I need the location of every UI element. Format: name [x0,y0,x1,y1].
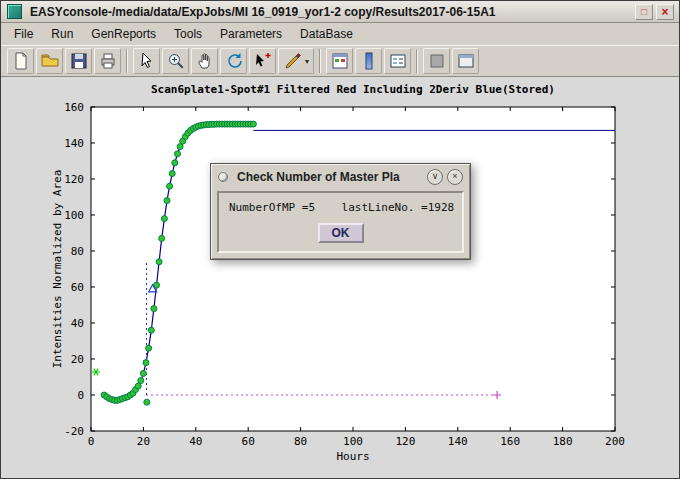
new-file-icon [11,51,31,71]
figure-palette-icon [330,51,350,71]
new-file-button[interactable] [7,48,34,74]
dialog-title: Check Number of Master Pla [237,170,423,184]
svg-text:20: 20 [71,353,84,366]
close-button[interactable]: × [656,4,674,20]
chart: 020406080100120140160180200-200204060801… [1,77,679,478]
svg-text:100: 100 [343,435,363,448]
svg-text:40: 40 [189,435,202,448]
legend-button[interactable] [384,48,411,74]
menu-genreports[interactable]: GenReports [82,25,165,43]
toolbar-separator [416,49,418,73]
edit-plot-button[interactable] [133,48,160,74]
dialog-close-button[interactable]: × [447,169,463,185]
dialog-panel: NumberOfMP =5 lastLineNo. =1928 OK [217,191,464,253]
dialog-check-number: Check Number of Master Pla ∨ × NumberOfM… [210,163,471,260]
svg-text:20: 20 [137,435,150,448]
rotate-3d-icon [224,51,244,71]
svg-text:40: 40 [71,317,84,330]
svg-text:160: 160 [64,101,84,114]
brush-icon [283,51,303,71]
data-cursor-icon [253,51,273,71]
plot-browser-icon [427,51,447,71]
svg-text:60: 60 [71,281,84,294]
colorbar-icon [359,51,379,71]
open-button[interactable] [36,48,63,74]
svg-text:Intensities Normalized by Area: Intensities Normalized by Area [51,170,64,369]
svg-text:80: 80 [294,435,307,448]
menu-database[interactable]: DataBase [291,25,362,43]
menu-run[interactable]: Run [42,25,82,43]
svg-text:200: 200 [605,435,625,448]
dialog-collapse-button[interactable]: ∨ [427,169,443,185]
svg-text:0: 0 [88,435,95,448]
toolbar-separator [126,49,128,73]
maximize-icon: □ [641,7,647,17]
edit-plot-arrow-icon [137,51,157,71]
svg-text:160: 160 [500,435,520,448]
svg-text:140: 140 [448,435,468,448]
zoom-in-button[interactable] [162,48,189,74]
menu-file[interactable]: File [5,25,42,43]
svg-text:60: 60 [242,435,255,448]
figure-palette-button[interactable] [326,48,353,74]
dialog-message: NumberOfMP =5 lastLineNo. =1928 [229,201,452,214]
zoom-in-icon [166,51,186,71]
svg-text:80: 80 [71,245,84,258]
open-folder-icon [40,51,60,71]
dropdown-arrow-icon: ▾ [305,57,309,66]
app-window: EASYconsole-/media/data/ExpJobs/MI 16_09… [0,0,680,479]
print-button[interactable] [94,48,121,74]
svg-text:120: 120 [395,435,415,448]
pan-button[interactable] [191,48,218,74]
menu-tools[interactable]: Tools [165,25,211,43]
figure-area: 020406080100120140160180200-200204060801… [1,77,679,478]
data-cursor-button[interactable] [249,48,276,74]
window-title: EASYconsole-/media/data/ExpJobs/MI 16_09… [30,5,635,19]
colorbar-button[interactable] [355,48,382,74]
ok-button[interactable]: OK [318,223,364,243]
svg-text:0: 0 [77,389,84,402]
close-icon: × [452,172,457,181]
save-icon [69,51,89,71]
chevron-down-icon: ∨ [432,172,439,181]
svg-text:-20: -20 [64,425,84,438]
svg-text:Scan6plate1-Spot#1 Filtered Re: Scan6plate1-Spot#1 Filtered Red Includin… [151,83,555,96]
plot-browser-button[interactable] [423,48,450,74]
svg-text:100: 100 [64,209,84,222]
window-controls: □ × [635,4,674,20]
property-editor-button[interactable] [452,48,479,74]
dialog-icon [218,172,228,182]
print-icon [98,51,118,71]
pan-hand-icon [195,51,215,71]
svg-text:120: 120 [64,173,84,186]
toolbar-separator [319,49,321,73]
dialog-title-bar[interactable]: Check Number of Master Pla ∨ × [211,164,470,189]
app-icon [7,4,22,19]
maximize-button[interactable]: □ [635,4,653,20]
svg-text:140: 140 [64,137,84,150]
toolbar: ▾ [1,45,679,77]
close-icon: × [661,6,668,18]
legend-icon [388,51,408,71]
title-bar[interactable]: EASYconsole-/media/data/ExpJobs/MI 16_09… [1,1,679,23]
menu-bar: File Run GenReports Tools Parameters Dat… [1,23,679,45]
brush-button[interactable]: ▾ [278,48,314,74]
svg-text:Hours: Hours [336,450,369,463]
property-editor-icon [456,51,476,71]
rotate-button[interactable] [220,48,247,74]
save-button[interactable] [65,48,92,74]
svg-text:180: 180 [553,435,573,448]
menu-parameters[interactable]: Parameters [211,25,291,43]
